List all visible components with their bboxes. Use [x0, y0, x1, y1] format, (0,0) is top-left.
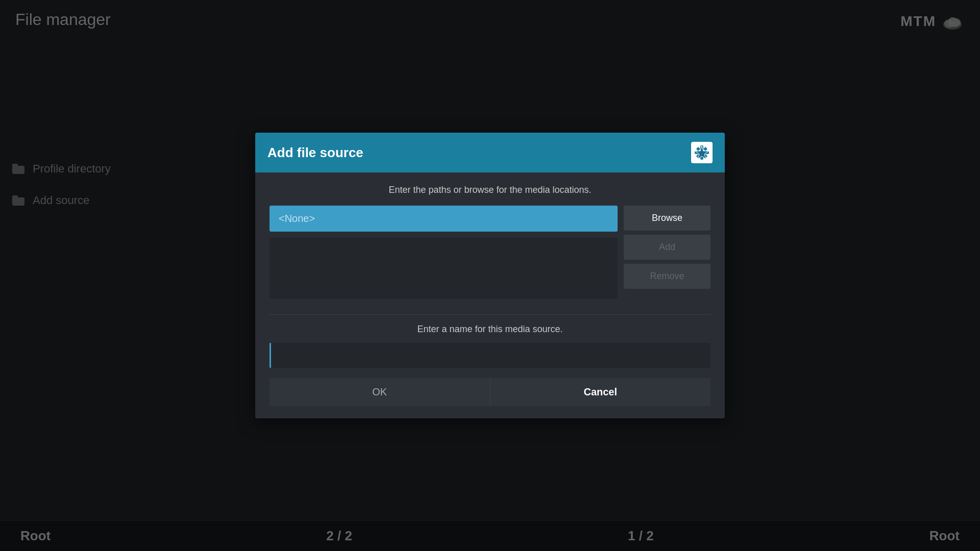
kodi-icon — [694, 144, 710, 161]
dialog-title: Add file source — [267, 145, 363, 161]
name-section: Enter a name for this media source. — [270, 324, 710, 368]
dialog-body: Enter the paths or browse for the media … — [255, 172, 725, 418]
svg-rect-8 — [703, 147, 707, 151]
kodi-logo — [691, 142, 713, 163]
path-section: Browse Add Remove — [270, 206, 710, 305]
dialog-header: Add file source — [255, 133, 725, 172]
path-instruction: Enter the paths or browse for the media … — [270, 185, 710, 195]
path-left-panel — [270, 206, 618, 305]
name-instruction: Enter a name for this media source. — [270, 324, 710, 335]
browse-button[interactable]: Browse — [624, 206, 710, 231]
path-input[interactable] — [270, 206, 618, 232]
modal-overlay: Add file source Enter the paths or brows… — [0, 0, 980, 551]
add-button[interactable]: Add — [624, 235, 710, 260]
svg-rect-7 — [696, 147, 700, 151]
name-input[interactable] — [270, 343, 710, 368]
action-buttons: OK Cancel — [270, 378, 710, 406]
path-list-area — [270, 238, 618, 299]
add-file-source-dialog: Add file source Enter the paths or brows… — [255, 133, 725, 418]
side-buttons: Browse Add Remove — [624, 206, 710, 305]
remove-button[interactable]: Remove — [624, 264, 710, 289]
ok-button[interactable]: OK — [270, 378, 491, 406]
cancel-button[interactable]: Cancel — [491, 378, 711, 406]
path-row — [270, 206, 618, 232]
divider — [270, 314, 710, 315]
